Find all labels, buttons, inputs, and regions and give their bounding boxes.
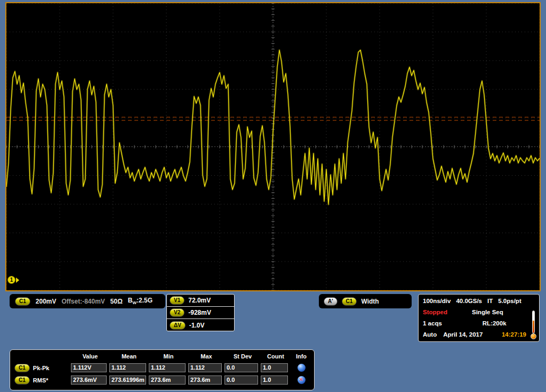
waveform-display[interactable]: 1: [5, 2, 541, 291]
header-stdev: St Dev: [224, 353, 261, 360]
pkpk-max: 1.112: [188, 363, 222, 372]
oscilloscope-app: 1 C1 200mV Offset:-840mV 50Ω BW:2.5G V1 …: [0, 0, 546, 392]
acquisition-status-box[interactable]: 100ns/div 40.0GS/s IT 5.0ps/pt Stopped S…: [418, 294, 540, 342]
cursor-v1-badge[interactable]: V1: [170, 296, 184, 305]
cursor-v2-badge[interactable]: V2: [170, 308, 184, 317]
rms-mean: 273.61996m: [109, 375, 146, 385]
termination-impedance: 50Ω: [110, 298, 123, 305]
trigger-auto-mode: Auto: [423, 331, 437, 338]
acquisition-mode: Single Seq: [472, 309, 503, 315]
graticule-svg: [6, 3, 540, 290]
temperature-indicator-icon: [530, 311, 537, 340]
channel-1-badge[interactable]: C1: [15, 297, 30, 306]
header-min: Min: [149, 353, 188, 360]
header-max: Max: [188, 353, 224, 360]
record-length: RL:200k: [483, 320, 507, 326]
resolution: 5.0ps/pt: [498, 298, 521, 304]
rms-value: 273.6mV: [71, 375, 107, 385]
rms-max: 273.6m: [188, 375, 222, 385]
rms-stdev: 0.0: [224, 375, 258, 385]
measurement-info-button[interactable]: [298, 364, 306, 372]
thermometer-bulb-icon: [531, 333, 536, 339]
cursor-v2-value: -928mV: [188, 309, 211, 316]
trigger-source-badge[interactable]: C1: [342, 297, 357, 306]
measurement-header-row: Value Mean Min Max St Dev Count Info: [12, 351, 312, 362]
measurement-name: RMS*: [33, 377, 49, 383]
vertical-offset: Offset:-840mV: [62, 298, 105, 305]
interpolation-mode: IT: [487, 298, 493, 304]
measurement-table: Value Mean Min Max St Dev Count Info C1 …: [10, 349, 315, 390]
run-status: Stopped: [423, 309, 447, 315]
trigger-type-label: Width: [361, 298, 379, 305]
measurement-name: Pk-Pk: [33, 365, 50, 371]
pkpk-mean: 1.112: [109, 363, 146, 372]
cursor-delta-value: -1.0V: [189, 322, 205, 329]
channel-1-position-marker[interactable]: 1: [7, 276, 19, 284]
date-label: April 14, 2017: [443, 331, 483, 338]
header-info: Info: [291, 353, 312, 360]
cursor-delta-row: ΔV -1.0V: [167, 319, 234, 331]
pkpk-count: 1.0: [261, 363, 288, 372]
horizontal-settings-row: 100ns/div 40.0GS/s IT 5.0ps/pt: [423, 295, 535, 306]
thermometer-stem-icon: [532, 311, 535, 333]
cursor-v1-value: 72.0mV: [188, 297, 211, 304]
acq-count-row: 1 acqs RL:200k: [423, 317, 535, 329]
pkpk-min: 1.112: [149, 363, 186, 372]
acquisition-count: 1 acqs: [423, 320, 442, 326]
measurement-info-warning-button[interactable]: [298, 376, 306, 384]
clock-time: 14:27:19: [502, 331, 526, 338]
measurement-label: C1 Pk-Pk: [12, 364, 71, 372]
header-mean: Mean: [109, 353, 149, 360]
channel-1-marker-label: 1: [7, 276, 15, 284]
header-count: Count: [261, 353, 291, 360]
cursor-delta-badge[interactable]: ΔV: [170, 321, 186, 330]
date-time-row: Auto April 14, 2017 14:27:19: [423, 329, 535, 340]
trigger-bar[interactable]: A' C1 Width: [319, 294, 412, 308]
trigger-a-badge[interactable]: A': [324, 297, 338, 306]
cursor-readout-box: V1 72.0mV V2 -928mV ΔV -1.0V: [166, 294, 235, 331]
header-value: Value: [71, 353, 109, 360]
channel-settings-bar[interactable]: C1 200mV Offset:-840mV 50Ω BW:2.5G: [10, 294, 165, 308]
measurement-label: C1 RMS*: [12, 376, 71, 385]
table-row[interactable]: C1 RMS* 273.6mV 273.61996m 273.6m 273.6m…: [12, 374, 312, 386]
table-row[interactable]: C1 Pk-Pk 1.112V 1.112 1.112 1.112 0.0 1.…: [12, 362, 312, 374]
pkpk-stdev: 0.0: [224, 363, 258, 372]
timebase: 100ns/div: [423, 298, 451, 304]
cursor-v1-row: V1 72.0mV: [167, 295, 234, 307]
cursor-v2-row: V2 -928mV: [167, 307, 234, 319]
channel-marker-arrow-icon: [16, 277, 19, 283]
vertical-scale: 200mV: [36, 298, 57, 305]
rms-count: 1.0: [261, 375, 288, 385]
rms-min: 273.6m: [149, 375, 186, 385]
bandwidth-limit: BW:2.5G: [128, 297, 152, 305]
pkpk-value: 1.112V: [71, 363, 107, 372]
run-status-row: Stopped Single Seq: [423, 306, 535, 317]
sample-rate: 40.0GS/s: [456, 298, 482, 304]
channel-1-badge[interactable]: C1: [14, 376, 30, 385]
channel-1-badge[interactable]: C1: [14, 364, 30, 372]
